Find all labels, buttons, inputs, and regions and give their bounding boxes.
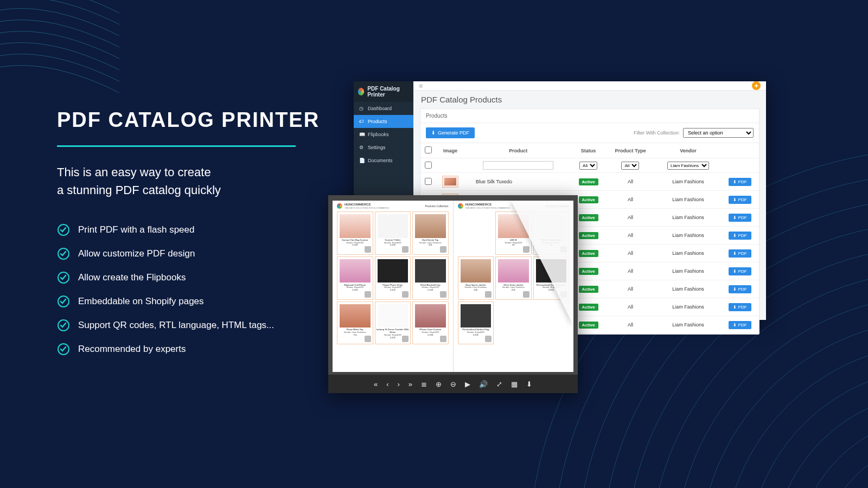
vendor-cell: Liam Fashions [655, 173, 721, 191]
row-pdf-button[interactable]: ⬇ PDF [729, 249, 751, 258]
vendor-cell: Liam Fashions [655, 191, 721, 209]
row-pdf-button[interactable]: ⬇ PDF [729, 303, 751, 311]
product-photo [340, 214, 371, 238]
svg-point-5 [699, 319, 868, 488]
check-icon [57, 295, 70, 308]
vendor-filter[interactable]: Liam Fashions [667, 162, 709, 170]
search-product-input[interactable] [483, 161, 553, 170]
product-photo [378, 259, 409, 283]
toc-icon[interactable]: ≣ [421, 380, 427, 388]
catalog-cell: Finger Phone GripsVendor: HuynhDD0.00$ [375, 256, 411, 300]
feature-text: Embeddable on Shopify pages [78, 296, 204, 307]
feature-item: Recommended by experts [57, 343, 328, 356]
feature-text: Allow customize PDF design [78, 248, 195, 259]
row-pdf-button[interactable]: ⬇ PDF [729, 285, 751, 293]
product-photo [378, 304, 409, 328]
row-pdf-button[interactable]: ⬇ PDF [729, 178, 751, 186]
zoom-in-icon[interactable]: ⊕ [436, 380, 442, 388]
column-vendor: Vendor [655, 143, 721, 158]
filter-label: Filter With Collection: [634, 130, 680, 136]
sidebar-item-documents[interactable]: 📄Documents [354, 154, 413, 167]
vendor-cell: Liam Fashions [655, 262, 721, 280]
catalog-cell: Dark Denim TopVendor: Liam Fashions60$ [412, 211, 449, 255]
flipbook-page-left: HUNCOMMERCETHE BEST SOLUTIONS FOR E-COMM… [333, 201, 454, 372]
type-filter[interactable]: All [621, 162, 639, 170]
product-photo [461, 259, 492, 283]
feature-item: Support QR codes, RTL language, HTML tag… [57, 319, 328, 332]
row-pdf-button[interactable]: ⬇ PDF [729, 321, 751, 329]
prev-icon[interactable]: ‹ [386, 380, 388, 388]
vendor-cell: Liam Fashions [655, 316, 721, 334]
sidebar-nav: ◷Dashboard🏷Products📖Flipbooks⚙Settings📄D… [354, 102, 413, 167]
svg-point-1 [797, 417, 868, 488]
feature-text: Allow create the Flipbooks [78, 272, 186, 283]
sidebar-item-flipbooks[interactable]: 📖Flipbooks [354, 128, 413, 141]
type-cell: All [605, 245, 655, 262]
page-curl [511, 201, 573, 325]
row-pdf-button[interactable]: ⬇ PDF [729, 196, 751, 204]
brand-text: PDF Catalog Printer [367, 86, 409, 98]
check-icon [57, 343, 70, 356]
page-title: PDF Catalog Products [413, 91, 766, 108]
sidebar-item-settings[interactable]: ⚙Settings [354, 141, 413, 154]
page-collection: Products Collection [425, 204, 448, 208]
first-icon[interactable]: « [374, 380, 378, 388]
vendor-cell: Liam Fashions [655, 245, 721, 262]
download-icon[interactable]: ⬇ [526, 380, 532, 388]
generate-pdf-button[interactable]: ⬇ Generate PDF [426, 127, 475, 138]
qr-icon [440, 336, 446, 342]
catalog-cell: Floral White TopVendor: Liam Fashions75$ [337, 301, 373, 345]
status-badge: Active [579, 178, 598, 185]
product-photo [415, 214, 446, 238]
feature-text: Recommended by experts [78, 344, 186, 355]
feature-text: Print PDF with a flash speed [78, 224, 194, 235]
zoom-out-icon[interactable]: ⊖ [450, 380, 456, 388]
qr-icon [485, 336, 492, 342]
pro-badge-icon[interactable]: ✦ [752, 81, 761, 90]
fullscreen-icon[interactable]: ⤢ [496, 380, 502, 388]
play-icon[interactable]: ▶ [465, 380, 470, 388]
status-badge: Active [579, 250, 598, 257]
select-all-checkbox[interactable] [425, 146, 432, 153]
qr-icon [402, 246, 409, 253]
documents-icon: 📄 [359, 158, 365, 163]
sidebar-item-products[interactable]: 🏷Products [354, 115, 413, 128]
app-topbar: ≡ ✦ [413, 81, 766, 91]
next-icon[interactable]: › [398, 380, 400, 388]
sound-icon[interactable]: 🔊 [479, 380, 488, 388]
type-cell: All [605, 227, 655, 245]
status-badge: Active [579, 268, 598, 275]
product-photo [415, 259, 446, 283]
hamburger-icon[interactable]: ≡ [419, 82, 423, 90]
last-icon[interactable]: » [409, 380, 412, 388]
product-thumb [442, 176, 458, 188]
filter-collection: Filter With Collection: Select an option [634, 128, 754, 138]
row-pdf-button[interactable]: ⬇ PDF [729, 267, 751, 275]
vendor-cell: Liam Fashions [655, 227, 721, 245]
card-title: Products [420, 109, 759, 123]
subhead: This is an easy way to create a stunning… [57, 163, 328, 199]
filter-select[interactable]: Select an option [683, 128, 754, 138]
check-icon [57, 319, 70, 332]
row-pdf-button[interactable]: ⬇ PDF [729, 214, 751, 222]
row-checkbox[interactable] [425, 162, 432, 169]
thumbnails-icon[interactable]: ▦ [511, 380, 518, 388]
type-cell: All [605, 262, 655, 280]
qr-icon [365, 291, 371, 298]
product-photo [340, 304, 371, 328]
product-photo [378, 214, 409, 238]
row-checkbox[interactable] [425, 178, 432, 185]
feature-item: Embeddable on Shopify pages [57, 295, 328, 308]
products-icon: 🏷 [359, 119, 365, 124]
settings-icon: ⚙ [359, 145, 365, 150]
qr-icon [402, 336, 409, 342]
svg-point-0 [821, 441, 868, 488]
dashboard-icon: ◷ [359, 106, 365, 111]
flipbook-toolbar: « ‹ › » ≣ ⊕ ⊖ ▶ 🔊 ⤢ ▦ ⬇ [328, 375, 578, 393]
sidebar-item-dashboard[interactable]: ◷Dashboard [354, 102, 413, 115]
status-filter[interactable]: All [579, 162, 597, 170]
check-icon [57, 247, 70, 260]
svg-point-2 [773, 393, 868, 488]
qr-icon [365, 246, 371, 253]
row-pdf-button[interactable]: ⬇ PDF [729, 232, 751, 240]
